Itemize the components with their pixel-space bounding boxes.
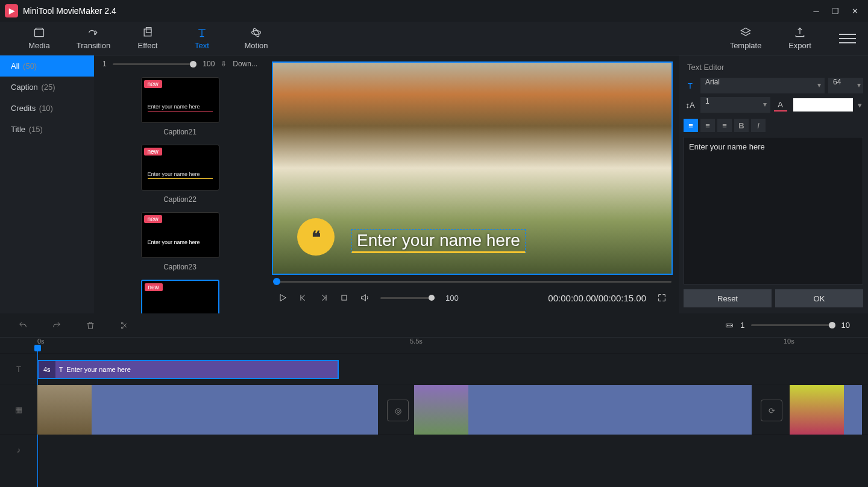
svg-point-4 <box>252 28 260 37</box>
editor-title: Text Editor <box>684 61 863 78</box>
fullscreen-button[interactable] <box>657 293 667 303</box>
menu-button[interactable] <box>839 30 856 47</box>
timecode: 00:00:00.00/00:00:15.00 <box>548 293 646 303</box>
undo-button[interactable] <box>18 321 28 330</box>
text-clip[interactable]: 4s T Enter your name here <box>37 360 339 379</box>
thumbnail-zoom-slider[interactable] <box>113 63 197 65</box>
sidebar-item-title[interactable]: Title (15) <box>0 119 94 140</box>
text-track: T 4s T Enter your name here <box>0 353 868 385</box>
text-color-icon: A <box>774 98 787 112</box>
split-button[interactable] <box>119 321 129 330</box>
text-track-icon: T <box>0 354 37 385</box>
prev-frame-button[interactable] <box>298 293 308 303</box>
video-clip[interactable] <box>790 385 862 435</box>
font-size-select[interactable]: 64 <box>828 78 863 93</box>
svg-rect-5 <box>342 295 347 300</box>
tab-media[interactable]: Media <box>12 23 66 54</box>
template-panel: 1 100 ⇩ Down... newEnter your name here … <box>94 55 266 313</box>
audio-track-icon: ♪ <box>0 435 37 465</box>
tl-zoom-min: 1 <box>740 321 744 330</box>
align-left-button[interactable]: ≡ <box>684 119 698 132</box>
template-item[interactable]: newEnter your name here Caption23 <box>106 212 254 271</box>
svg-point-3 <box>252 31 261 35</box>
align-center-button[interactable]: ≡ <box>700 119 715 132</box>
maximize-button[interactable]: ❐ <box>831 7 840 16</box>
transition-icon[interactable]: ⟳ <box>761 400 782 421</box>
app-title: MiniTool MovieMaker 2.4 <box>23 6 811 16</box>
sidebar-item-credits[interactable]: Credits (10) <box>0 98 94 119</box>
tab-effect[interactable]: Effect <box>121 23 175 54</box>
zoom-min-label: 1 <box>102 60 107 68</box>
video-clip[interactable] <box>37 385 378 435</box>
app-logo: ▶ <box>5 4 18 17</box>
timeline-area: 1 10 0s 5.5s 10s T 4s T Enter your name … <box>0 313 868 487</box>
zoom-max-label: 100 <box>203 60 215 68</box>
video-clip[interactable] <box>414 385 752 435</box>
template-list[interactable]: newEnter your name here Caption21 newEnt… <box>94 72 266 313</box>
preview-panel: ❝ Enter your name here 100 00:00:00.00/0… <box>266 55 679 313</box>
color-swatch[interactable] <box>793 98 854 112</box>
reset-button[interactable]: Reset <box>684 289 772 307</box>
overlay-text[interactable]: Enter your name here <box>351 229 526 253</box>
tab-template[interactable]: Template <box>719 23 773 54</box>
text-editor-panel: Text Editor T Arial 64 ↕A 1 A ▾ ≡ ≡ ≡ B … <box>679 55 868 313</box>
ok-button[interactable]: OK <box>775 289 863 307</box>
sidebar-item-caption[interactable]: Caption (25) <box>0 77 94 98</box>
timeline-zoom-slider[interactable] <box>751 324 835 326</box>
next-frame-button[interactable] <box>319 293 329 303</box>
video-track: ▦ ◎ ⟳ <box>0 385 868 434</box>
timeline-ruler[interactable]: 0s 5.5s 10s <box>0 338 868 353</box>
transition-icon[interactable]: ◎ <box>387 400 409 421</box>
redo-button[interactable] <box>52 321 61 330</box>
download-icon[interactable]: ⇩ <box>221 60 227 68</box>
play-button[interactable] <box>278 293 288 303</box>
video-track-icon: ▦ <box>0 385 37 434</box>
template-item[interactable]: new <box>106 280 254 313</box>
svg-point-6 <box>121 322 123 324</box>
delete-button[interactable] <box>86 321 95 330</box>
tl-zoom-max: 10 <box>841 321 850 330</box>
tab-motion[interactable]: Motion <box>229 23 283 54</box>
svg-rect-2 <box>146 28 151 33</box>
svg-point-7 <box>121 327 123 328</box>
stop-button[interactable] <box>339 293 349 303</box>
template-item[interactable]: newEnter your name here Caption21 <box>106 77 254 136</box>
tab-export[interactable]: Export <box>773 23 827 54</box>
italic-button[interactable]: I <box>751 119 766 132</box>
titlebar: ▶ MiniTool MovieMaker 2.4 ─ ❐ ✕ <box>0 0 868 22</box>
volume-icon[interactable] <box>360 293 370 303</box>
preview-canvas[interactable]: ❝ Enter your name here <box>272 61 673 275</box>
fit-button[interactable] <box>725 321 734 330</box>
volume-value: 100 <box>445 294 459 303</box>
tab-text[interactable]: Text <box>175 23 229 54</box>
volume-slider[interactable] <box>380 297 435 299</box>
svg-rect-0 <box>35 30 44 37</box>
bold-button[interactable]: B <box>734 119 749 132</box>
text-clip-icon: T <box>59 366 63 373</box>
align-right-button[interactable]: ≡ <box>717 119 732 132</box>
main-toolbar: Media Transition Effect Text Motion Temp… <box>0 22 868 55</box>
text-content-input[interactable] <box>684 137 863 284</box>
download-label[interactable]: Down... <box>233 60 257 68</box>
quote-icon: ❝ <box>297 218 335 256</box>
category-sidebar: All (50) Caption (25) Credits (10) Title… <box>0 55 94 313</box>
text-icon: T <box>684 79 697 92</box>
minimize-button[interactable]: ─ <box>811 7 821 16</box>
audio-track: ♪ <box>0 434 868 465</box>
sidebar-item-all[interactable]: All (50) <box>0 55 94 77</box>
preview-scrubber[interactable] <box>273 280 671 283</box>
tab-transition[interactable]: Transition <box>66 23 121 54</box>
template-item[interactable]: newEnter your name here Caption22 <box>106 145 254 204</box>
line-height-icon: ↕A <box>684 98 697 112</box>
close-button[interactable]: ✕ <box>850 7 860 16</box>
font-select[interactable]: Arial <box>700 78 825 93</box>
line-height-select[interactable]: 1 <box>700 97 770 113</box>
